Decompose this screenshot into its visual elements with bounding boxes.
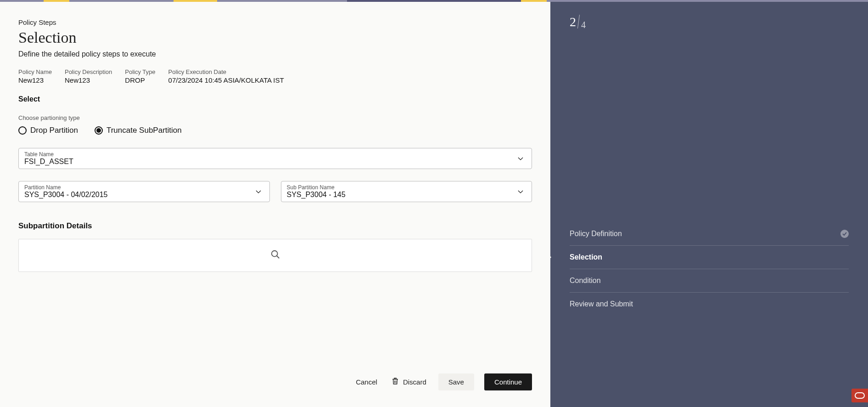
policy-name-label: Policy Name (18, 68, 52, 75)
radio-icon (95, 126, 103, 135)
action-bar: Cancel Discard Save Continue (354, 373, 532, 390)
page-subtitle: Define the detailed policy steps to exec… (18, 50, 532, 58)
radio-truncate-subpartition[interactable]: Truncate SubPartition (95, 126, 182, 135)
policy-exec-value: 07/23/2024 10:45 ASIA/KOLKATA IST (168, 76, 284, 84)
step-policy-definition[interactable]: Policy Definition (570, 222, 849, 246)
svg-point-0 (271, 251, 277, 257)
partitioning-radio-group: Drop Partition Truncate SubPartition (18, 126, 532, 135)
step-label: Review and Submit (570, 300, 633, 308)
search-icon (270, 249, 280, 261)
subpartition-details-title: Subpartition Details (18, 221, 532, 231)
step-counter: 2 4 (570, 15, 586, 29)
caret-down-icon (256, 187, 261, 196)
svg-rect-4 (855, 393, 864, 398)
policy-type-label: Policy Type (125, 68, 155, 75)
discard-button[interactable]: Discard (389, 373, 428, 390)
radio-icon (18, 126, 27, 135)
wizard-sidebar: 2 4 Policy Definition Selection Conditio… (550, 2, 868, 407)
page-title: Selection (18, 29, 532, 46)
policy-exec-label: Policy Execution Date (168, 68, 284, 75)
check-icon (840, 230, 849, 238)
radio-drop-partition[interactable]: Drop Partition (18, 126, 78, 135)
policy-meta-row: Policy Name New123 Policy Description Ne… (18, 68, 532, 84)
trash-icon (391, 377, 399, 387)
policy-type-value: DROP (125, 76, 155, 84)
sub-partition-name-label: Sub Partition Name (287, 184, 526, 191)
partition-name-value: SYS_P3004 - 04/02/2015 (24, 191, 264, 199)
partition-name-select[interactable]: Partition Name SYS_P3004 - 04/02/2015 (18, 181, 270, 202)
step-separator (577, 15, 580, 28)
sub-partition-name-select[interactable]: Sub Partition Name SYS_P3004 - 145 (281, 181, 532, 202)
step-list: Policy Definition Selection Condition Re… (570, 222, 849, 316)
policy-name-value: New123 (18, 76, 52, 84)
continue-button[interactable]: Continue (484, 373, 532, 390)
step-label: Condition (570, 277, 601, 285)
step-label: Policy Definition (570, 230, 622, 238)
svg-line-1 (276, 256, 279, 259)
partitioning-prompt: Choose partioning type (18, 114, 532, 121)
policy-desc-label: Policy Description (65, 68, 112, 75)
radio-drop-label: Drop Partition (30, 126, 78, 135)
step-label: Selection (570, 253, 602, 261)
radio-truncate-label: Truncate SubPartition (106, 126, 182, 135)
step-condition[interactable]: Condition (570, 269, 849, 293)
caret-down-icon (518, 187, 523, 196)
table-name-select[interactable]: Table Name FSI_D_ASSET (18, 148, 532, 169)
brand-icon (855, 392, 865, 399)
select-section-label: Select (18, 95, 532, 103)
policy-desc-value: New123 (65, 76, 112, 84)
step-total: 4 (581, 20, 586, 30)
sub-partition-name-value: SYS_P3004 - 145 (287, 191, 526, 199)
step-selection[interactable]: Selection (570, 246, 849, 269)
discard-label: Discard (403, 378, 426, 386)
brand-badge[interactable] (851, 389, 868, 402)
step-current: 2 (570, 15, 576, 29)
caret-down-icon (518, 154, 523, 163)
save-button[interactable]: Save (438, 373, 474, 390)
cancel-button[interactable]: Cancel (354, 374, 379, 390)
main-content: Policy Steps Selection Define the detail… (0, 2, 550, 407)
step-review-and-submit[interactable]: Review and Submit (570, 293, 849, 316)
table-name-value: FSI_D_ASSET (24, 158, 526, 166)
table-name-label: Table Name (24, 151, 526, 158)
partition-name-label: Partition Name (24, 184, 264, 191)
subpartition-search-box[interactable] (18, 239, 532, 272)
breadcrumb: Policy Steps (18, 18, 532, 26)
